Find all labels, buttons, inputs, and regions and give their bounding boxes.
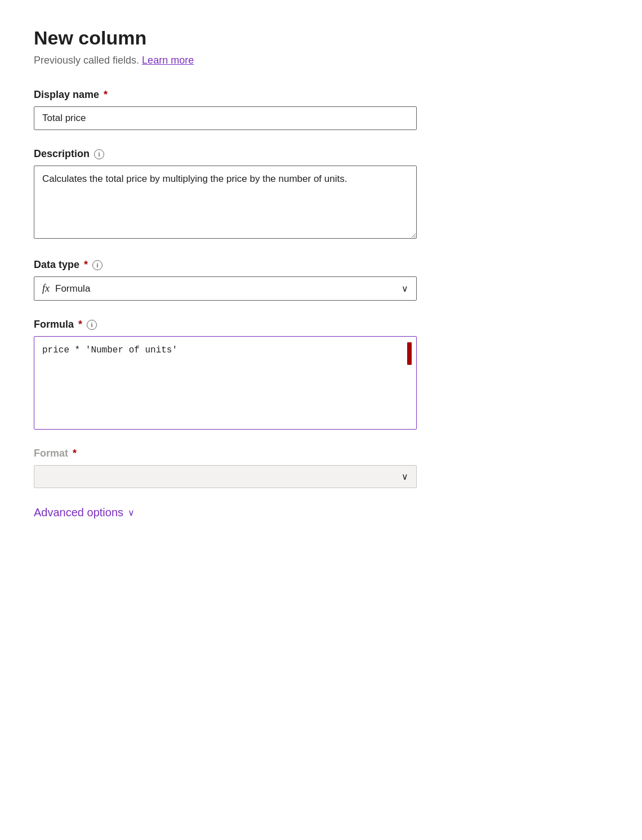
formula-required: *	[78, 319, 82, 330]
formula-section: Formula * i price * 'Number of units'	[34, 319, 608, 430]
display-name-required: *	[104, 89, 108, 101]
advanced-options-chevron-icon: ∨	[128, 507, 135, 518]
data-type-select[interactable]: fx Formula ∨	[34, 276, 417, 301]
display-name-label: Display name *	[34, 89, 608, 101]
formula-error-indicator	[407, 342, 412, 365]
formula-wrapper: price * 'Number of units'	[34, 336, 417, 430]
subtitle-text: Previously called fields.	[34, 55, 139, 66]
formula-fx-icon: fx	[42, 283, 50, 294]
display-name-section: Display name *	[34, 89, 608, 130]
format-section: Format * ∨	[34, 448, 608, 488]
data-type-chevron-icon: ∨	[402, 283, 408, 294]
data-type-required: *	[84, 259, 88, 271]
description-label: Description i	[34, 148, 608, 160]
format-required: *	[73, 448, 77, 459]
description-section: Description i Calculates the total price…	[34, 148, 608, 241]
formula-info-icon[interactable]: i	[87, 320, 97, 330]
description-input[interactable]: Calculates the total price by multiplyin…	[34, 166, 417, 239]
format-label: Format *	[34, 448, 608, 459]
display-name-input[interactable]	[34, 106, 417, 130]
page-subtitle: Previously called fields. Learn more	[34, 55, 608, 66]
learn-more-link[interactable]: Learn more	[142, 55, 194, 66]
advanced-options-label: Advanced options	[34, 506, 123, 519]
page-title: New column	[34, 27, 608, 49]
advanced-options-section[interactable]: Advanced options ∨	[34, 506, 608, 519]
format-chevron-icon: ∨	[402, 471, 408, 482]
data-type-label: Data type * i	[34, 259, 608, 271]
formula-label: Formula * i	[34, 319, 608, 330]
formula-input[interactable]: price * 'Number of units'	[34, 337, 416, 427]
data-type-section: Data type * i fx Formula ∨	[34, 259, 608, 301]
data-type-value: Formula	[55, 283, 402, 294]
data-type-info-icon[interactable]: i	[92, 260, 102, 270]
format-select[interactable]: ∨	[34, 465, 417, 488]
description-info-icon[interactable]: i	[94, 149, 104, 159]
